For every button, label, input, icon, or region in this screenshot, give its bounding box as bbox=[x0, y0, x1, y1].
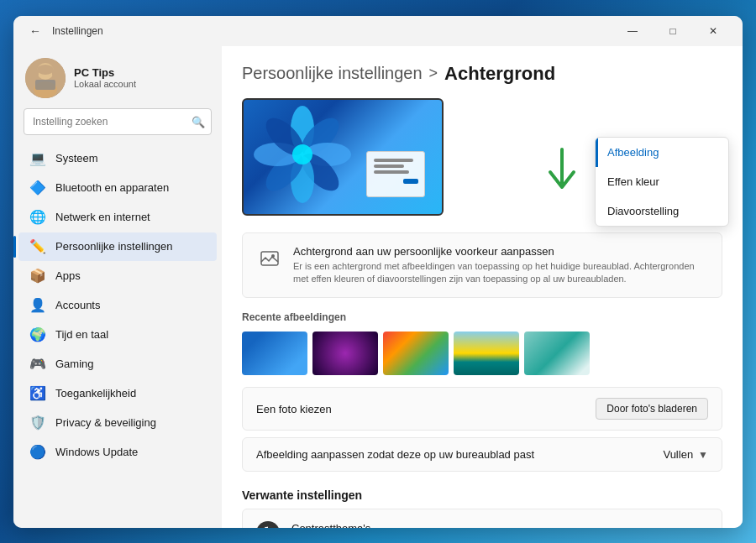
related-item-contrast[interactable]: Contrastthema's Kleurenthema's voor slec… bbox=[242, 509, 722, 527]
sidebar-item-personalization[interactable]: ✏️ Persoonlijke instellingen bbox=[18, 232, 217, 261]
minimize-button[interactable]: — bbox=[613, 18, 652, 44]
browse-photos-button[interactable]: Door foto's bladeren bbox=[596, 398, 708, 420]
titlebar: ← Instellingen — □ ✕ bbox=[13, 16, 743, 46]
chevron-down-icon: ▼ bbox=[698, 449, 708, 461]
sidebar-item-label: Bluetooth en apparaten bbox=[55, 181, 169, 194]
svg-rect-5 bbox=[35, 70, 39, 76]
sidebar-item-bluetooth[interactable]: 🔷 Bluetooth en apparaten bbox=[18, 174, 217, 202]
section-card-title: Achtergrond aan uw persoonlijke voorkeur… bbox=[293, 245, 708, 258]
apps-icon: 📦 bbox=[30, 269, 45, 284]
search-icon: 🔍 bbox=[192, 115, 205, 128]
dropdown-item-solid[interactable]: Effen kleur bbox=[596, 167, 728, 196]
recent-label: Recente afbeeldingen bbox=[242, 311, 722, 323]
window-controls: — □ ✕ bbox=[613, 18, 732, 44]
svg-rect-3 bbox=[35, 80, 55, 90]
network-icon: 🌐 bbox=[30, 210, 45, 225]
close-button[interactable]: ✕ bbox=[694, 18, 732, 44]
recent-image-5[interactable] bbox=[524, 332, 590, 375]
wallpaper-preview bbox=[244, 100, 442, 214]
section-card-desc: Er is een achtergrond met afbeeldingen v… bbox=[293, 260, 708, 286]
sidebar-item-label: Persoonlijke instellingen bbox=[55, 240, 172, 253]
breadcrumb-current: Achtergrond bbox=[444, 63, 555, 85]
svg-point-16 bbox=[292, 144, 312, 164]
svg-point-18 bbox=[271, 254, 275, 258]
accounts-icon: 👤 bbox=[30, 298, 45, 313]
search-box: 🔍 bbox=[24, 108, 212, 135]
preview-image bbox=[242, 98, 444, 216]
dropdown-item-image[interactable]: Afbeelding bbox=[596, 138, 728, 167]
breadcrumb-separator: > bbox=[429, 65, 438, 82]
fit-select[interactable]: Vullen ▼ bbox=[663, 448, 708, 461]
sidebar-item-label: Windows Update bbox=[55, 446, 138, 458]
sidebar-item-label: Gaming bbox=[55, 358, 94, 370]
user-name: PC Tips bbox=[74, 66, 210, 79]
background-section-card: Achtergrond aan uw persoonlijke voorkeur… bbox=[242, 232, 722, 299]
dropdown-item-slideshow[interactable]: Diavoorstelling bbox=[596, 196, 728, 226]
background-icon bbox=[256, 245, 283, 272]
green-arrow-icon bbox=[545, 145, 579, 203]
time-icon: 🌍 bbox=[30, 327, 45, 342]
fit-row: Afbeelding aanpassen zodat deze op uw bu… bbox=[242, 437, 722, 472]
sidebar-item-accounts[interactable]: 👤 Accounts bbox=[18, 291, 217, 320]
sidebar-item-label: Netwerk en internet bbox=[55, 211, 150, 223]
sidebar-item-accessibility[interactable]: ♿ Toegankelijkheid bbox=[18, 379, 217, 408]
search-input[interactable] bbox=[24, 108, 212, 135]
sidebar-item-label: Privacy & beveiliging bbox=[55, 416, 156, 429]
system-icon: 💻 bbox=[30, 151, 45, 166]
fit-label: Afbeelding aanpassen zodat deze op uw bu… bbox=[256, 448, 534, 461]
recent-image-2[interactable] bbox=[312, 332, 378, 375]
user-info: PC Tips Lokaal account bbox=[74, 66, 210, 89]
sidebar-item-label: Apps bbox=[55, 269, 81, 282]
sidebar-item-apps[interactable]: 📦 Apps bbox=[18, 262, 217, 290]
recent-images-section: Recente afbeeldingen bbox=[242, 311, 722, 375]
svg-rect-6 bbox=[52, 70, 55, 76]
recent-image-4[interactable] bbox=[454, 332, 519, 375]
gaming-icon: 🎮 bbox=[30, 357, 45, 372]
sidebar-item-network[interactable]: 🌐 Netwerk en internet bbox=[18, 203, 217, 232]
choose-photo-row: Een foto kiezen Door foto's bladeren bbox=[242, 387, 722, 431]
breadcrumb-parent: Persoonlijke instellingen bbox=[242, 64, 423, 83]
nav-list: 💻 Systeem 🔷 Bluetooth en apparaten 🌐 Net… bbox=[13, 144, 222, 467]
sidebar-item-system[interactable]: 💻 Systeem bbox=[18, 144, 217, 173]
breadcrumb: Persoonlijke instellingen > Achtergrond bbox=[242, 63, 722, 85]
privacy-icon: 🛡️ bbox=[30, 415, 45, 431]
recent-images-list bbox=[242, 332, 722, 375]
update-icon: 🔵 bbox=[30, 445, 45, 460]
fit-value: Vullen bbox=[663, 448, 693, 461]
sidebar-item-label: Accounts bbox=[55, 299, 100, 311]
recent-image-1[interactable] bbox=[242, 332, 307, 375]
chevron-right-icon: › bbox=[704, 526, 708, 527]
settings-window: ← Instellingen — □ ✕ bbox=[13, 16, 743, 528]
personalization-icon: ✏️ bbox=[30, 239, 45, 254]
sidebar: PC Tips Lokaal account 🔍 💻 Systeem 🔷 Blu… bbox=[13, 46, 222, 528]
related-title: Verwante instellingen bbox=[242, 488, 722, 502]
contrast-title: Contrastthema's bbox=[291, 522, 692, 528]
sidebar-item-label: Tijd en taal bbox=[55, 328, 108, 341]
choose-photo-label: Een foto kiezen bbox=[256, 403, 332, 415]
sidebar-item-privacy[interactable]: 🛡️ Privacy & beveiliging bbox=[18, 409, 217, 437]
user-section: PC Tips Lokaal account bbox=[13, 46, 222, 108]
content-area: Persoonlijke instellingen > Achtergrond bbox=[222, 46, 743, 528]
sidebar-item-time[interactable]: 🌍 Tijd en taal bbox=[18, 321, 217, 349]
accessibility-icon: ♿ bbox=[30, 386, 45, 401]
desktop-window-icon bbox=[366, 151, 425, 197]
sidebar-item-gaming[interactable]: 🎮 Gaming bbox=[18, 350, 217, 379]
svg-rect-4 bbox=[37, 65, 54, 75]
sidebar-item-update[interactable]: 🔵 Windows Update bbox=[18, 438, 217, 467]
window-title: Instellingen bbox=[52, 25, 613, 37]
bluetooth-icon: 🔷 bbox=[30, 180, 45, 196]
background-type-dropdown: Afbeelding Effen kleur Diavoorstelling bbox=[595, 137, 729, 227]
maximize-button[interactable]: □ bbox=[654, 18, 692, 44]
sidebar-item-label: Systeem bbox=[55, 152, 98, 164]
avatar bbox=[25, 58, 66, 98]
contrast-icon bbox=[256, 521, 280, 527]
sidebar-item-label: Toegankelijkheid bbox=[55, 387, 136, 399]
recent-image-3[interactable] bbox=[383, 332, 449, 375]
user-type: Lokaal account bbox=[74, 79, 210, 89]
main-layout: PC Tips Lokaal account 🔍 💻 Systeem 🔷 Blu… bbox=[13, 46, 743, 528]
back-button[interactable]: ← bbox=[24, 19, 47, 43]
